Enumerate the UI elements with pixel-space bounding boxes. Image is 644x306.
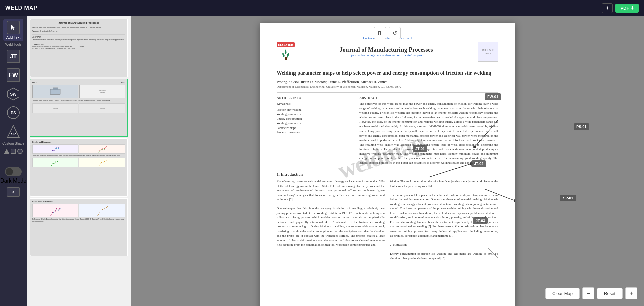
section1-col1: Manufacturing consumes substantial amoun… — [277, 179, 385, 261]
header-actions: ⬇ PDF ⬇ — [602, 3, 639, 13]
weld-label-jt03[interactable]: JT-03 — [473, 217, 488, 224]
article-info-label: ARTICLE INFO — [277, 95, 354, 100]
journal-header: ELSEVIER Journal of Manufacturing Proces… — [277, 42, 498, 65]
page-floating-toolbar: 🗑 ↺ — [374, 27, 401, 39]
article-authors: WoongJo Choi, Justin D. Morrow, Frank E.… — [277, 80, 498, 84]
journal-homepage: journal homepage: www.elsevier.com/locat… — [298, 53, 475, 57]
article-info-abstract: ARTICLE INFO Keywords: Friction stir wel… — [277, 95, 498, 165]
elsevier-label: ELSEVIER — [277, 42, 295, 47]
svg-rect-7 — [53, 88, 58, 90]
weld-tools-label: Weld Tools — [5, 43, 22, 46]
thumbnail-4[interactable]: Conclusions & References — [30, 198, 128, 256]
nav-icon: < — [7, 187, 20, 197]
weld-label-ps01[interactable]: PS-01 — [574, 123, 589, 130]
toggle-indicator — [6, 168, 13, 175]
clear-map-button[interactable]: Clear Map — [545, 288, 580, 299]
journal-name: Journal of Manufacturing Processes — [298, 46, 475, 53]
keywords-label: Keywords: — [277, 102, 354, 106]
svg-rect-9 — [285, 57, 287, 60]
section1-title: 1. Introduction — [277, 172, 498, 177]
thumb-img-1: Journal of Manufacturing Processes Weldi… — [30, 19, 127, 76]
trash-icon: 🗑 — [377, 30, 383, 36]
fw-icon: FW — [7, 68, 20, 82]
left-toolbar: Add Text Weld Tools JT FW SW — [0, 16, 27, 306]
thumb-content-3: Results and Discussion — [30, 139, 127, 196]
thumb-img-4: Conclusions & References — [30, 199, 127, 256]
page-content: Contents lists available at ScienceDirec… — [260, 23, 515, 277]
app-title: WELD MAP — [5, 5, 37, 11]
keyword-welding-params: Welding parameters — [277, 112, 354, 117]
header: WELD MAP ⬇ PDF ⬇ — [0, 0, 644, 16]
sw-icon: SW — [7, 87, 20, 101]
keyword-params: Welding parameters — [277, 121, 354, 126]
dark-mode-label: Dark Mode — [0, 178, 26, 184]
sp-tool-button[interactable]: SP — [3, 123, 23, 140]
ps-tool-button[interactable]: PS — [3, 104, 23, 121]
svg-text:SP: SP — [11, 132, 16, 136]
main-layout: Add Text Weld Tools JT FW SW — [0, 16, 644, 306]
thumbnail-1[interactable]: Journal of Manufacturing Processes Weldi… — [30, 19, 128, 77]
keyword-friction-stir: Friction stir welding — [277, 108, 354, 112]
thumb-img-2: Fig. 1 Fig. 2 Parameterdiagram — [30, 79, 127, 136]
zoom-out-button[interactable]: − — [582, 287, 594, 299]
weld-label-jt04[interactable]: JT-04 — [471, 160, 486, 167]
download-button[interactable]: ⬇ — [602, 3, 613, 13]
dark-mode-toggle[interactable] — [5, 167, 22, 176]
download-icon: ⬇ — [605, 6, 609, 11]
pdf-button[interactable]: PDF ⬇ — [615, 4, 639, 13]
thumb-content-1: Journal of Manufacturing Processes Weldi… — [30, 19, 127, 76]
weld-label-sp01[interactable]: SP-01 — [560, 195, 576, 201]
page-document: 🗑 ↺ Contents lists available at ScienceD… — [260, 23, 515, 306]
weld-label-jt01[interactable]: JT-01 — [413, 145, 427, 152]
cursor-icon — [7, 21, 20, 34]
custom-shape-label: Custom Shape — [1, 142, 26, 145]
article-title: Welding parameter maps to help select po… — [277, 69, 498, 77]
svg-text:SW: SW — [10, 92, 17, 97]
journal-title-block: Journal of Manufacturing Processes journ… — [298, 46, 475, 57]
zoom-in-button[interactable]: + — [625, 287, 637, 299]
elsevier-logo: ELSEVIER — [277, 42, 295, 61]
ps-icon: PS — [7, 106, 20, 119]
article-affiliation: Department of Mechanical Engineering, Un… — [277, 85, 498, 88]
weld-label-fw01[interactable]: FW-01 — [485, 93, 501, 100]
abstract-text: The objectives of this work are to map t… — [359, 102, 498, 165]
sp-icon: SP — [7, 125, 20, 138]
toolbar-divider — [5, 159, 22, 159]
cursor-label: Add Text — [6, 35, 21, 39]
elsevier-tree-icon — [277, 48, 294, 61]
thumb-img-3: Results and Discussion — [30, 139, 127, 196]
bottom-toolbar: Clear Map − Reset + — [545, 287, 637, 299]
fw-tool-button[interactable]: FW — [3, 66, 23, 84]
page-area[interactable]: 🗑 ↺ Contents lists available at ScienceD… — [131, 16, 644, 306]
keyword-energy: Energy consumption — [277, 117, 354, 121]
dark-mode-button[interactable] — [3, 162, 23, 166]
keyword-param-maps: Parameter maps — [277, 126, 354, 131]
abstract-label: ABSTRACT — [359, 95, 498, 100]
custom-shape-button[interactable] — [3, 147, 23, 156]
thumbnail-2[interactable]: Fig. 1 Fig. 2 Parameterdiagram — [30, 79, 128, 137]
abstract-col: ABSTRACT The objectives of this work are… — [359, 95, 498, 165]
nav-button[interactable]: < — [3, 185, 23, 199]
custom-shapes-icons — [4, 149, 23, 154]
thumb-content-2: Fig. 1 Fig. 2 Parameterdiagram — [30, 79, 127, 136]
sw-tool-button[interactable]: SW — [3, 85, 23, 103]
reset-button[interactable]: Reset — [597, 288, 623, 299]
jt-tool-button[interactable]: JT — [3, 48, 23, 65]
thumb-content-4: Conclusions & References — [30, 199, 127, 256]
delete-annotation-button[interactable]: 🗑 — [374, 27, 386, 39]
journal-cover-image: PROCESSEScover — [478, 42, 498, 62]
refresh-icon: ↺ — [393, 30, 397, 36]
svg-text:PS: PS — [11, 111, 16, 115]
refresh-button[interactable]: ↺ — [389, 27, 401, 39]
keyword-process: Process constraints — [277, 130, 354, 135]
cursor-tool-button[interactable]: Add Text — [3, 19, 23, 41]
jt-icon: JT — [7, 50, 20, 63]
thumbnail-3[interactable]: Results and Discussion — [30, 138, 128, 197]
section1-content: Manufacturing consumes substantial amoun… — [277, 179, 498, 261]
section-separator — [277, 92, 498, 93]
content-separator — [277, 168, 498, 168]
thumbnail-panel: Journal of Manufacturing Processes Weldi… — [27, 16, 131, 306]
article-info-col: ARTICLE INFO Keywords: Friction stir wel… — [277, 95, 354, 165]
